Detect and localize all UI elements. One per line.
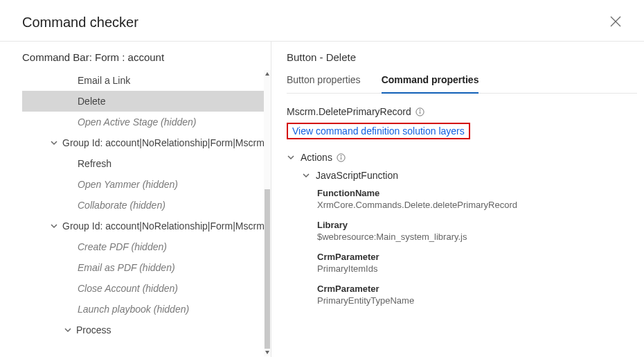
- svg-point-9: [341, 155, 341, 156]
- chevron-down-icon: [287, 153, 295, 162]
- property: FunctionNameXrmCore.Commands.Delete.dele…: [317, 188, 637, 210]
- tree-item[interactable]: Delete: [22, 91, 270, 112]
- property: Library$webresource:Main_system_library.…: [317, 220, 637, 242]
- scroll-down-button[interactable]: [264, 348, 271, 356]
- command-name-row: Mscrm.DeletePrimaryRecord: [287, 106, 637, 117]
- jsfunction-row[interactable]: JavaScriptFunction: [302, 170, 637, 181]
- actions-label: Actions: [301, 152, 332, 163]
- chevron-down-icon: [302, 171, 310, 180]
- tabs: Button propertiesCommand properties: [287, 70, 637, 94]
- svg-point-6: [420, 110, 420, 110]
- command-bar-title: Command Bar: Form : account: [22, 51, 271, 63]
- tab[interactable]: Button properties: [287, 70, 361, 93]
- tab[interactable]: Command properties: [382, 70, 479, 94]
- info-icon[interactable]: [337, 153, 346, 162]
- tree-group[interactable]: Group Id: account|NoRelationship|Form|Ms…: [22, 132, 270, 153]
- tree-scrollbar[interactable]: [264, 70, 271, 356]
- svg-marker-3: [265, 351, 269, 354]
- command-tree-wrap: Email a LinkDeleteOpen Active Stage (hid…: [22, 70, 271, 356]
- property-label: Library: [317, 220, 637, 230]
- tree-item[interactable]: Create PDF (hidden): [22, 236, 270, 257]
- dialog-header: Command checker: [0, 0, 644, 42]
- tree-item[interactable]: Open Yammer (hidden): [22, 174, 270, 195]
- chevron-down-icon: [50, 222, 58, 230]
- scroll-up-button[interactable]: [264, 70, 271, 78]
- jsfunction-label: JavaScriptFunction: [316, 170, 398, 181]
- tree-item[interactable]: Email a Link: [22, 70, 270, 91]
- property-value: PrimaryItemIds: [317, 263, 637, 274]
- tree-group[interactable]: Group Id: account|NoRelationship|Form|Ms…: [22, 216, 270, 236]
- tree-item[interactable]: Collaborate (hidden): [22, 195, 270, 216]
- svg-marker-2: [265, 72, 269, 76]
- info-icon[interactable]: [415, 107, 424, 116]
- property-label: CrmParameter: [317, 284, 637, 294]
- dialog-title: Command checker: [22, 15, 138, 31]
- property-value: $webresource:Main_system_library.js: [317, 232, 637, 242]
- scroll-thumb[interactable]: [265, 189, 270, 349]
- properties-list: FunctionNameXrmCore.Commands.Delete.dele…: [287, 188, 637, 306]
- solution-layers-link-highlight: View command definition solution layers: [287, 123, 470, 139]
- tree-group-label: Group Id: account|NoRelationship|Form|Ms…: [62, 137, 265, 148]
- chevron-down-icon: [64, 326, 72, 334]
- left-panel: Command Bar: Form : account Email a Link…: [0, 42, 271, 357]
- actions-row[interactable]: Actions: [287, 152, 637, 163]
- close-icon: [609, 19, 622, 30]
- property: CrmParameterPrimaryItemIds: [317, 252, 637, 274]
- tree-item[interactable]: Email as PDF (hidden): [22, 257, 270, 278]
- tree-group[interactable]: Process: [22, 320, 270, 340]
- tree-group-label: Group Id: account|NoRelationship|Form|Ms…: [62, 220, 265, 232]
- property-label: FunctionName: [317, 188, 637, 198]
- tree-item[interactable]: Refresh: [22, 153, 270, 174]
- property-value: XrmCore.Commands.Delete.deletePrimaryRec…: [317, 200, 637, 210]
- property-label: CrmParameter: [317, 252, 637, 262]
- view-solution-layers-link[interactable]: View command definition solution layers: [292, 125, 465, 137]
- command-name: Mscrm.DeletePrimaryRecord: [287, 106, 411, 117]
- dialog-body: Command Bar: Form : account Email a Link…: [0, 42, 644, 357]
- tree-group-label: Process: [76, 324, 111, 336]
- tree-item[interactable]: Launch playbook (hidden): [22, 299, 270, 320]
- property: CrmParameterPrimaryEntityTypeName: [317, 284, 637, 306]
- chevron-down-icon: [50, 139, 58, 147]
- tree-item[interactable]: Close Account (hidden): [22, 278, 270, 299]
- tree-item[interactable]: Open Active Stage (hidden): [22, 112, 270, 132]
- close-button[interactable]: [607, 12, 625, 33]
- right-panel: Button - Delete Button propertiesCommand…: [271, 42, 644, 357]
- button-title: Button - Delete: [287, 51, 637, 63]
- property-value: PrimaryEntityTypeName: [317, 295, 637, 306]
- command-tree: Email a LinkDeleteOpen Active Stage (hid…: [22, 70, 270, 340]
